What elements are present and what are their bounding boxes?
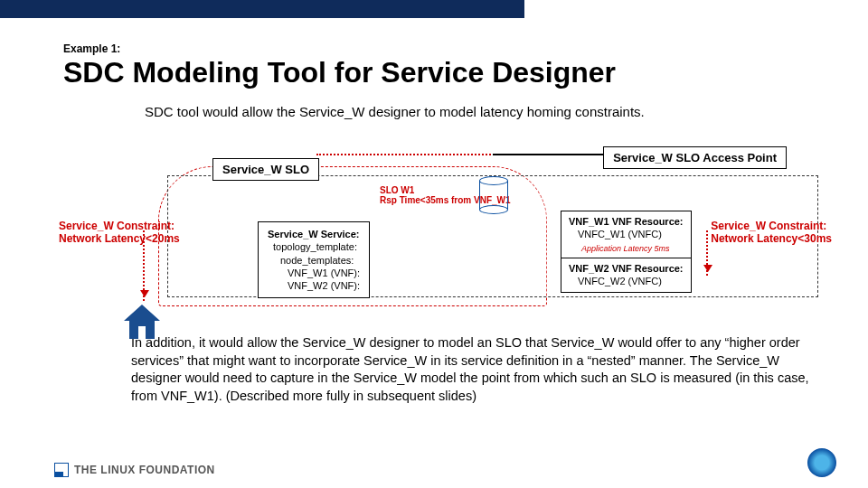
home-icon	[122, 303, 162, 346]
slo-label-box: Service_W SLO	[212, 158, 319, 181]
vnf-w2-box: VNF_W2 VNF Resource: VNFC_W2 (VNFC)	[561, 258, 692, 293]
service-line: topology_template:	[268, 240, 360, 253]
svg-rect-1	[138, 326, 146, 339]
example-label: Example 1:	[63, 42, 120, 55]
service-definition-box: Service_W Service: topology_template: no…	[258, 221, 370, 298]
access-point-label-box: Service_W SLO Access Point	[603, 146, 787, 169]
service-line: VNF_W2 (VNF):	[268, 279, 360, 292]
header-bar	[0, 0, 524, 18]
svg-rect-3	[54, 472, 63, 477]
access-point-icon	[479, 176, 508, 214]
arrow-right	[706, 230, 708, 276]
vnf-w1-box: VNF_W1 VNF Resource: VNFC_W1 (VNFC) Appl…	[561, 211, 692, 258]
vnf1-sub: VNFC_W1 (VNFC)	[569, 229, 662, 239]
service-title: Service_W Service:	[268, 228, 360, 240]
service-line: VNF_W1 (VNF):	[268, 267, 360, 279]
vnf2-title: VNF_W2 VNF Resource:	[569, 263, 684, 274]
footer-logo: THE LINUX FOUNDATION	[54, 463, 215, 477]
diagram-area: Service_W SLO Service_W SLO Access Point…	[54, 140, 832, 312]
page-title: SDC Modeling Tool for Service Designer	[63, 56, 616, 89]
att-logo-icon	[807, 448, 836, 477]
vnf1-title: VNF_W1 VNF Resource:	[569, 216, 684, 227]
footer-text: THE LINUX FOUNDATION	[74, 464, 215, 476]
constraint-left: Service_W Constraint: Network Latency<20…	[59, 220, 180, 245]
vnf2-sub: VNFC_W2 (VNFC)	[569, 276, 662, 286]
constraint-right: Service_W Constraint: Network Latency<30…	[711, 220, 832, 245]
service-line: node_templates:	[268, 254, 360, 267]
linux-foundation-icon	[54, 463, 69, 477]
subtitle: SDC tool would allow the Service_W desig…	[145, 104, 645, 119]
vnf1-latency: Application Latency 5ms	[569, 244, 670, 253]
description-paragraph: In addition, it would allow the Service_…	[131, 334, 818, 405]
